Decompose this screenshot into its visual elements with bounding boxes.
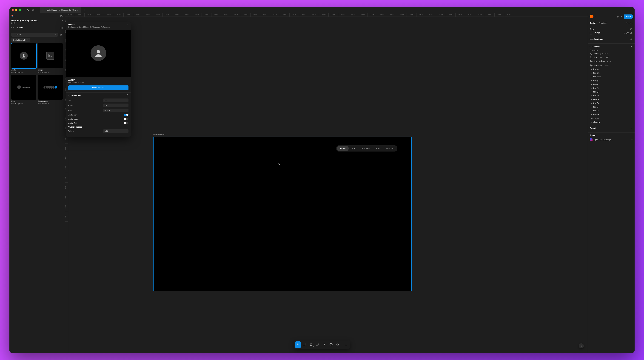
file-location[interactable]: Drafts <box>10 22 65 26</box>
tool-shape[interactable] <box>308 342 314 348</box>
style-group-row[interactable]: ▶text-9xl <box>590 113 633 116</box>
remove-chip-icon[interactable]: × <box>28 39 28 41</box>
filter-chip[interactable]: Created in this file × <box>11 38 30 42</box>
asset-avatar-group[interactable]: + Avatar Group NextUI Figma Ki… <box>38 75 63 105</box>
tab-business[interactable]: Business <box>358 146 373 151</box>
style-group-row[interactable]: ▶shadow <box>590 121 633 123</box>
refresh-icon[interactable] <box>126 94 128 97</box>
canvas[interactable]: Dark container World N.Y Business Arts S… <box>68 17 588 353</box>
tab-file[interactable]: File <box>11 26 14 30</box>
bg-swatch[interactable] <box>590 32 592 34</box>
bg-hex[interactable]: 1E1E1E <box>594 32 623 34</box>
asset-image[interactable]: Image NextUI Figma Ki… <box>38 43 63 73</box>
more-menu-icon[interactable] <box>628 8 633 12</box>
figma-menu[interactable]: ▾ <box>11 15 15 17</box>
tab-arts[interactable]: Arts <box>373 146 383 151</box>
add-icon[interactable]: + <box>630 45 633 48</box>
chevron-down-icon: ▾ <box>126 130 127 132</box>
tool-pen[interactable] <box>315 342 321 348</box>
share-button[interactable]: Share <box>624 14 633 18</box>
window-controls <box>11 9 21 11</box>
prop-select-tokens[interactable]: light ▾ <box>103 129 128 133</box>
page-settings-icon[interactable] <box>630 28 633 31</box>
frame-dark-container[interactable]: World N.Y Business Arts Science <box>153 137 412 291</box>
tool-comment[interactable] <box>328 342 334 348</box>
prop-select-size[interactable]: md ▾ <box>103 98 128 102</box>
minimize-window[interactable] <box>15 9 17 11</box>
tab-science[interactable]: Science <box>383 146 396 151</box>
zoom-control[interactable]: 101% ▾ <box>626 22 633 24</box>
tab-ny[interactable]: N.Y <box>348 146 358 151</box>
ruler-tick: -4150 <box>475 13 485 16</box>
chevron-down-icon[interactable]: ▾ <box>621 16 622 17</box>
text-style-row[interactable]: Agtext-medium · 16/24 <box>590 60 633 63</box>
avatar-group-preview: + <box>43 85 58 89</box>
frame-label[interactable]: Dark container <box>153 133 165 135</box>
close-tab-icon[interactable]: × <box>77 9 78 11</box>
library-icon[interactable] <box>60 27 63 30</box>
asset-avatar[interactable]: Avatar NextUI Figma Ki… <box>11 43 36 73</box>
bg-opacity[interactable]: 100 <box>623 32 626 34</box>
ruler-tick: -6000 <box>114 13 124 16</box>
file-title-row[interactable]: NextUI Figma Kit (Commu… ▾ <box>10 18 65 22</box>
tool-move[interactable] <box>295 342 301 348</box>
tool-actions[interactable] <box>334 342 341 348</box>
ruler-tick: 3200 <box>65 173 68 183</box>
tab-world[interactable]: World <box>337 146 348 151</box>
globe-icon[interactable] <box>31 8 36 12</box>
add-icon[interactable]: + <box>630 127 633 130</box>
sort-filter-icon[interactable] <box>59 33 63 36</box>
present-icon[interactable] <box>616 15 620 18</box>
toggle-avatar-image[interactable] <box>124 118 128 120</box>
prop-select-radius[interactable]: full ▾ <box>103 103 128 107</box>
chevron-right-icon: ▶ <box>591 83 592 85</box>
help-button[interactable]: ? <box>579 343 584 348</box>
prop-tokens: Tokens light ▾ <box>68 129 128 133</box>
text-style-row[interactable]: Agtext-small · 14/20 <box>590 56 633 59</box>
plugin-row[interactable]: Open html.to.design − <box>590 138 633 142</box>
style-group-row[interactable]: ▶text-xs <box>590 68 633 71</box>
remove-plugin-icon[interactable]: − <box>631 138 633 141</box>
style-group-row[interactable]: ▶text-lg <box>590 79 633 82</box>
new-tab-button[interactable]: + <box>82 8 88 12</box>
toggle-avatar-text[interactable] <box>124 122 128 124</box>
prop-select-color[interactable]: default ▾ <box>103 109 128 112</box>
style-group-row[interactable]: ▶text-sm <box>590 72 633 74</box>
style-group-row[interactable]: ▶text-8xl <box>590 109 633 112</box>
text-style-row[interactable]: Agtext-large · 18/28 <box>590 64 633 67</box>
search-box[interactable]: × <box>11 32 58 37</box>
search-input[interactable] <box>16 33 53 36</box>
close-icon[interactable]: × <box>126 23 129 27</box>
user-avatar[interactable] <box>590 15 594 18</box>
collapse-panel-icon[interactable] <box>60 14 63 18</box>
close-window[interactable] <box>12 9 14 11</box>
style-group-row[interactable]: ▶text-2xl <box>590 87 633 89</box>
svg-rect-20 <box>310 344 312 346</box>
asset-user[interactable]: Junior Garcia User NextUI Figma Ki… <box>11 75 36 105</box>
tab-assets[interactable]: Assets <box>17 26 23 30</box>
style-group-row[interactable]: ▶text-7xl <box>590 106 633 108</box>
insert-instance-button[interactable]: Insert instance <box>68 85 128 90</box>
style-group-row[interactable]: ▶text-5xl <box>590 98 633 101</box>
style-group-row[interactable]: ▶text-6xl <box>590 102 633 105</box>
style-group-row[interactable]: ▶text-3xl <box>590 90 633 93</box>
text-style-row[interactable]: Agtext-tiny · 12/16 <box>590 52 633 55</box>
settings-icon[interactable] <box>630 38 633 40</box>
tool-frame[interactable] <box>302 342 308 348</box>
prop-label: color <box>68 109 72 111</box>
tool-dev-mode[interactable] <box>343 342 349 348</box>
tab-prototype[interactable]: Prototype <box>599 22 607 24</box>
tool-text[interactable] <box>321 342 328 348</box>
toggle-avatar-icon[interactable] <box>124 114 128 116</box>
style-group-row[interactable]: ▶text-base <box>590 75 633 78</box>
style-group-row[interactable]: ▶text-4xl <box>590 94 633 97</box>
style-group-row[interactable]: ▶text-xl <box>590 83 633 86</box>
tab-design[interactable]: Design <box>590 22 596 24</box>
chevron-right-icon: ▶ <box>591 99 592 100</box>
document-tab[interactable]: NextUI Figma Kit (Community) (C… × <box>40 7 81 13</box>
chevron-right-icon: ▶ <box>591 102 592 104</box>
maximize-window[interactable] <box>19 9 21 11</box>
visibility-icon[interactable] <box>630 32 633 34</box>
home-icon[interactable] <box>26 8 30 12</box>
clear-search-icon[interactable]: × <box>54 33 56 36</box>
